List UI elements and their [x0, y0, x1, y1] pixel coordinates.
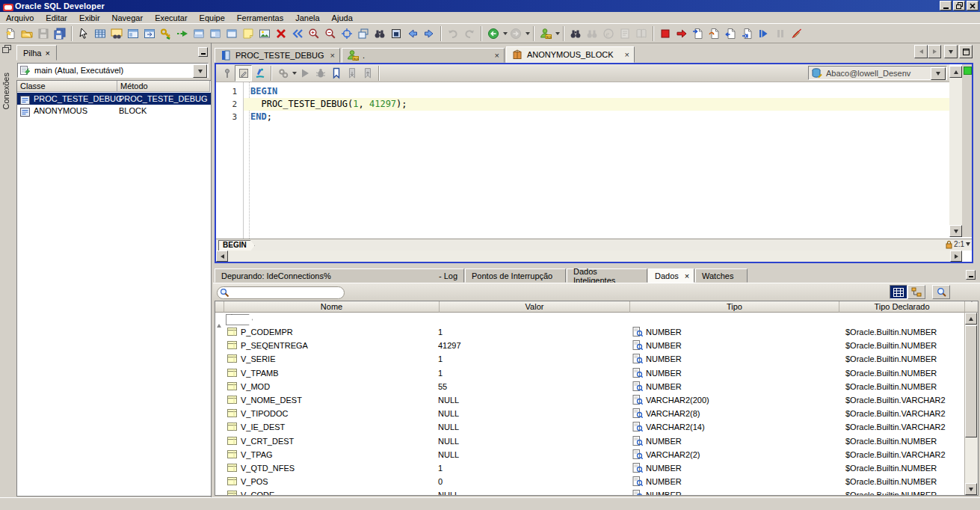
close-tab-icon[interactable]: × — [685, 271, 689, 280]
editor-vertical-scrollbar[interactable] — [949, 66, 962, 237]
menu-item-ferramentas[interactable]: Ferramentas — [231, 13, 289, 23]
resume-button[interactable] — [756, 25, 772, 42]
connection-dropdown-button[interactable] — [931, 67, 946, 80]
scroll-right-button[interactable] — [950, 251, 962, 262]
close-tab-icon[interactable]: × — [330, 51, 335, 60]
column-header-nome[interactable]: Nome — [224, 301, 440, 313]
table-view-button[interactable] — [890, 285, 907, 299]
menu-item-arquivo[interactable]: Arquivo — [0, 13, 40, 23]
trace-arrow-button[interactable] — [174, 25, 191, 42]
maximize-pane-button[interactable] — [959, 45, 973, 58]
debugger-minimize-button[interactable] — [966, 270, 976, 280]
restore-button[interactable] — [953, 1, 965, 10]
caret-dropdown-icon[interactable] — [966, 242, 970, 246]
scroll-tabs-right-button[interactable] — [928, 45, 941, 58]
column-header-tipo-declarado[interactable]: Tipo Declarado — [839, 301, 965, 313]
breadcrumb[interactable]: BEGIN — [218, 240, 255, 251]
dock-panel-button-1[interactable] — [191, 25, 207, 42]
editor-tab-proc_teste_debug[interactable]: PROC_TESTE_DEBUG× — [215, 48, 340, 63]
scroll-up-button[interactable] — [949, 66, 962, 78]
variable-row[interactable]: V_TIPODOCNULLVARCHAR2(8)$Oracle.Builtin.… — [215, 407, 965, 420]
menu-item-editar[interactable]: Editar — [40, 13, 73, 23]
variable-search-box[interactable] — [217, 286, 345, 299]
stack-frame-row[interactable]: ANONYMOUSBLOCK — [17, 105, 211, 117]
select-cursor-button[interactable] — [75, 25, 92, 42]
minimize-button[interactable] — [940, 1, 952, 10]
close-tab-icon[interactable]: × — [625, 50, 629, 59]
variable-row[interactable]: V_SERIE1NUMBER$Oracle.Builtin.NUMBER — [215, 352, 965, 366]
debugger-tab-pontosdeinterrupcao[interactable]: Pontos de Interrupção — [465, 268, 566, 283]
binoculars-button[interactable] — [372, 25, 388, 42]
dock-restore-icon[interactable] — [2, 45, 11, 55]
find-button[interactable] — [932, 285, 950, 299]
catalog-button[interactable] — [108, 25, 125, 42]
column-header-valor[interactable]: Valor — [440, 301, 630, 313]
variable-row[interactable]: V_CODENULLNUMBER$Oracle.Builtin.NUMBER — [215, 488, 965, 496]
variable-row[interactable]: P_CODEMPR1NUMBER$Oracle.Builtin.NUMBER — [215, 325, 965, 339]
variable-row[interactable]: V_POS0NUMBER$Oracle.Builtin.NUMBER — [215, 475, 965, 488]
edit-source-button[interactable] — [235, 65, 252, 82]
step-to-end-button[interactable] — [739, 25, 756, 42]
column-header-metodo[interactable]: Método — [117, 81, 210, 92]
close-tab-icon[interactable]: × — [45, 49, 49, 58]
go-back-circle-button[interactable] — [485, 25, 502, 42]
panel-minimize-button[interactable] — [198, 47, 208, 57]
caret-position-box[interactable]: 2:1 — [946, 240, 970, 248]
variable-row[interactable]: P_SEQENTREGA41297NUMBER$Oracle.Builtin.N… — [215, 339, 965, 352]
column-header-classe[interactable]: Classe — [17, 81, 117, 92]
table-button[interactable] — [92, 25, 108, 42]
sql-connection-button[interactable]: SQL — [537, 25, 554, 42]
pin-button[interactable] — [219, 66, 235, 81]
menu-item-ajuda[interactable]: Ajuda — [326, 13, 359, 23]
go-forward-circle-dropdown[interactable] — [526, 32, 530, 35]
debugger-tab-dadosinteligentes[interactable]: Dados Inteligentes — [567, 268, 647, 283]
code-line[interactable]: END; — [250, 111, 272, 123]
variable-row[interactable]: V_TPAMB1NUMBER$Oracle.Builtin.NUMBER — [215, 366, 965, 380]
target-button[interactable] — [339, 25, 355, 42]
scroll-tabs-left-button[interactable] — [914, 45, 928, 58]
sql-connection-dropdown[interactable] — [555, 32, 560, 35]
step-over-button[interactable] — [706, 25, 723, 42]
tab-list-dropdown-button[interactable] — [944, 45, 958, 58]
forward-button[interactable] — [421, 25, 437, 42]
restore-window-button[interactable] — [355, 25, 372, 42]
connection-selector[interactable]: Abaco@lowell_Desenv — [808, 66, 947, 80]
stack-frame-row[interactable]: PROC_TESTE_DEBUGPROC_TESTE_DEBUG — [17, 93, 211, 105]
step-into-button[interactable] — [690, 25, 706, 42]
menu-item-exibir[interactable]: Exibir — [73, 13, 106, 23]
zoom-in-button[interactable] — [306, 25, 322, 42]
window-arrow-button[interactable] — [141, 25, 158, 42]
note-button[interactable] — [240, 25, 256, 42]
menu-item-navegar[interactable]: Navegar — [106, 13, 150, 23]
variable-row[interactable]: V_QTD_NFES1NUMBER$Oracle.Builtin.NUMBER — [215, 461, 965, 475]
thread-selector[interactable]: main (Atual, Executável) — [17, 63, 209, 78]
code-line[interactable]: PROC_TESTE_DEBUG(1, 41297); — [250, 98, 407, 111]
grid-scroll-down-button[interactable] — [965, 483, 977, 495]
grid-scroll-thumb[interactable] — [965, 325, 977, 437]
menu-item-executar[interactable]: Executar — [149, 13, 193, 23]
filter-combo[interactable] — [226, 314, 253, 325]
debugger-tab-watches[interactable]: Watches — [695, 268, 748, 283]
debugger-tab-dados[interactable]: Dados× — [648, 268, 694, 283]
step-out-button[interactable] — [723, 25, 739, 42]
tree-view-button[interactable] — [907, 285, 925, 299]
code-line[interactable]: BEGIN — [250, 85, 277, 98]
editor-tab-[interactable]: SQL.× — [342, 48, 505, 63]
code-editor[interactable]: 1BEGIN2 PROC_TESTE_DEBUG(1, 41297);3END; — [216, 82, 949, 239]
scroll-left-button[interactable] — [216, 251, 228, 262]
scroll-down-button[interactable] — [949, 225, 962, 237]
tab-pilha[interactable]: Pilha × — [16, 45, 57, 61]
collapse-chevrons-button[interactable] — [289, 25, 306, 42]
inspect-button[interactable] — [252, 66, 268, 81]
editor-horizontal-scrollbar[interactable] — [216, 251, 962, 262]
delete-button[interactable] — [273, 25, 289, 42]
save-all-button[interactable] — [52, 25, 68, 42]
column-chooser-button[interactable] — [965, 301, 979, 313]
key-button[interactable] — [158, 25, 174, 42]
grid-scroll-up-button[interactable] — [965, 313, 977, 325]
column-header-tipo[interactable]: Tipo — [630, 301, 839, 313]
menu-item-equipe[interactable]: Equipe — [194, 13, 231, 23]
close-button[interactable] — [967, 1, 979, 10]
menu-item-janela[interactable]: Janela — [289, 13, 325, 23]
dock-panel-button-3[interactable] — [224, 25, 240, 42]
